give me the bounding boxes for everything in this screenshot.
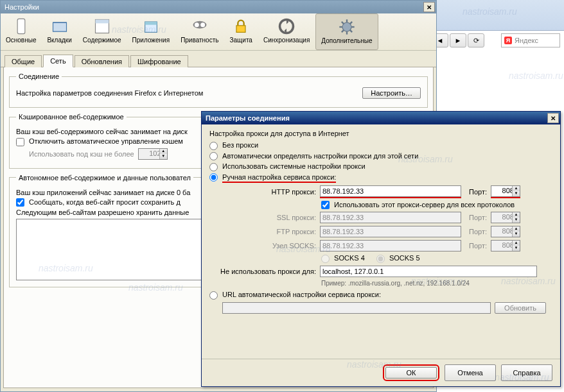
offline-sites-label: Следующим веб-сайтам разрешено хранить д… (16, 209, 189, 216)
dialog-title: Параметры соединения (206, 114, 290, 122)
cache-override-checkbox[interactable]: Отключить автоматическое управление кэше… (16, 137, 183, 146)
svg-line-18 (350, 22, 353, 24)
ssl-proxy-label: SSL прокси: (209, 214, 316, 221)
dialog-titlebar: Параметры соединения ✕ (202, 112, 560, 124)
proxy-heading: Настройка прокси для доступа в Интернет (209, 130, 552, 137)
noproxy-label: Не использовать прокси для: (209, 268, 316, 275)
tab-encryption[interactable]: Шифрование (130, 55, 188, 67)
connection-legend: Соединение (16, 72, 62, 80)
toolbar-advanced[interactable]: Дополнительные (315, 13, 378, 50)
cancel-button[interactable]: Отмена (445, 364, 496, 381)
ssl-proxy-input (320, 212, 461, 223)
connection-group: Соединение Настройка параметров соединен… (9, 72, 428, 108)
socks-host-label: Узел SOCKS: (209, 242, 316, 250)
tab-general[interactable]: Общие (4, 55, 42, 67)
toolbar-content[interactable]: Содержимое (78, 13, 127, 50)
noproxy-example: Пример: .mozilla-russia.org, .net.nz, 19… (321, 280, 552, 287)
svg-rect-0 (17, 19, 25, 33)
svg-line-16 (350, 30, 353, 33)
cache-legend: Кэшированное веб-содержимое (16, 113, 127, 121)
socks-host-input (320, 240, 461, 251)
help-button[interactable]: Справка (501, 364, 552, 381)
http-port-input[interactable]: 8080▲▼ (491, 185, 520, 197)
toolbar-general[interactable]: Основные (1, 13, 42, 50)
http-proxy-label: HTTP прокси: (209, 188, 316, 196)
tab-network[interactable]: Сеть (43, 55, 73, 67)
offline-notify-checkbox[interactable]: Сообщать, когда веб-сайт просит сохранит… (16, 198, 181, 207)
offline-legend: Автономное веб-содержимое и данные польз… (16, 174, 193, 182)
cache-size-label: Использовать под кэш не более (29, 150, 134, 158)
offline-desc: Ваш кэш приложений сейчас занимает на ди… (16, 189, 190, 196)
toolbar-security[interactable]: Защита (224, 13, 258, 50)
adv-tabs: Общие Сеть Обновления Шифрование (1, 52, 436, 67)
connection-dialog: Параметры соединения ✕ Настройка прокси … (201, 111, 561, 387)
socks-port-input: 8080▲▼ (491, 240, 520, 251)
radio-manual-proxy[interactable]: Ручная настройка сервиса прокси: (209, 173, 336, 183)
http-proxy-input[interactable] (320, 185, 461, 197)
toolbar-sync[interactable]: Синхронизация (258, 13, 315, 50)
radio-socks4: SOCKS 4 (321, 254, 365, 263)
search-box[interactable]: Я Яндекс (501, 33, 560, 47)
toolbar-apps[interactable]: Приложения (127, 13, 176, 50)
svg-line-15 (342, 22, 344, 24)
auto-url-input (222, 302, 491, 314)
ftp-proxy-input (320, 226, 461, 237)
ftp-port-input: 8080▲▼ (491, 226, 520, 237)
settings-toolbar: Основные Вкладки Содержимое Приложения П… (1, 13, 436, 51)
radio-socks5: SOCKS 5 (376, 254, 420, 263)
close-icon[interactable]: ✕ (423, 2, 435, 12)
tab-updates[interactable]: Обновления (75, 55, 129, 67)
svg-point-6 (195, 22, 199, 27)
ftp-port-label: Порт: (469, 228, 487, 235)
cache-size-input: 1024▲▼ (138, 148, 168, 160)
ok-button[interactable]: ОК (385, 367, 437, 379)
search-placeholder: Яндекс (515, 37, 538, 44)
dialog-close-icon[interactable]: ✕ (547, 113, 559, 123)
radio-no-proxy[interactable]: Без прокси (209, 141, 258, 150)
svg-point-7 (200, 22, 205, 27)
svg-line-17 (342, 30, 344, 33)
svg-rect-4 (145, 22, 157, 25)
settings-titlebar: Настройки ✕ (1, 1, 436, 13)
svg-rect-8 (236, 26, 245, 33)
browser-reload-icon[interactable]: ⟳ (468, 33, 484, 47)
http-port-label: Порт: (469, 188, 487, 196)
connection-desc: Настройка параметров соединения Firefox … (16, 89, 203, 97)
settings-title: Настройки (4, 3, 39, 11)
socks-port-label: Порт: (469, 242, 487, 250)
reload-button: Обновить (495, 302, 546, 314)
ssl-port-label: Порт: (469, 214, 487, 221)
use-for-all-checkbox[interactable]: Использовать этот прокси-сервер для всех… (321, 201, 515, 210)
noproxy-input[interactable] (320, 266, 537, 277)
yandex-icon: Я (504, 37, 512, 44)
toolbar-privacy[interactable]: Приватность (175, 13, 224, 50)
svg-rect-2 (95, 20, 109, 24)
radio-system-proxy[interactable]: Использовать системные настройки прокси (209, 162, 366, 171)
connection-settings-button[interactable]: Настроить… (362, 87, 421, 99)
radio-auto-url[interactable]: URL автоматической настройки сервиса про… (209, 291, 381, 300)
radio-auto-detect[interactable]: Автоматически определять настройки прокс… (209, 152, 418, 161)
toolbar-tabs[interactable]: Вкладки (42, 13, 77, 50)
cache-desc: Ваш кэш веб-содержимого сейчас занимает … (16, 128, 188, 135)
ssl-port-input: 8080▲▼ (491, 212, 520, 223)
browser-forward-icon[interactable]: ► (450, 33, 466, 47)
ftp-proxy-label: FTP прокси: (209, 228, 316, 235)
